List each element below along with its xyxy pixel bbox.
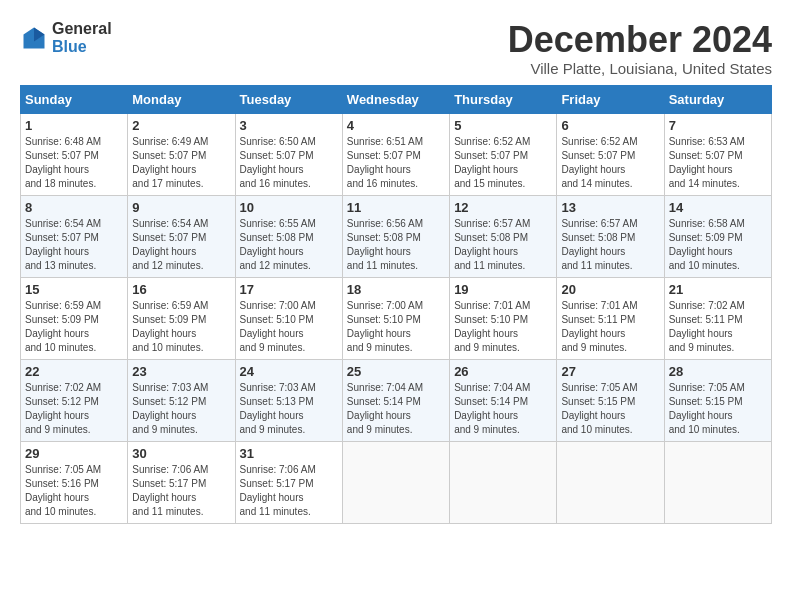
table-cell: 14 Sunrise: 6:58 AM Sunset: 5:09 PM Dayl… [664, 195, 771, 277]
day-number: 28 [669, 364, 767, 379]
day-number: 4 [347, 118, 445, 133]
table-cell [664, 441, 771, 523]
day-info: Sunrise: 7:05 AM Sunset: 5:15 PM Dayligh… [561, 381, 659, 437]
table-cell: 31 Sunrise: 7:06 AM Sunset: 5:17 PM Dayl… [235, 441, 342, 523]
table-cell: 3 Sunrise: 6:50 AM Sunset: 5:07 PM Dayli… [235, 113, 342, 195]
col-thursday: Thursday [450, 85, 557, 113]
day-info: Sunrise: 6:49 AM Sunset: 5:07 PM Dayligh… [132, 135, 230, 191]
day-number: 30 [132, 446, 230, 461]
day-info: Sunrise: 7:02 AM Sunset: 5:12 PM Dayligh… [25, 381, 123, 437]
table-cell: 8 Sunrise: 6:54 AM Sunset: 5:07 PM Dayli… [21, 195, 128, 277]
day-info: Sunrise: 7:00 AM Sunset: 5:10 PM Dayligh… [347, 299, 445, 355]
day-info: Sunrise: 7:06 AM Sunset: 5:17 PM Dayligh… [132, 463, 230, 519]
day-info: Sunrise: 6:53 AM Sunset: 5:07 PM Dayligh… [669, 135, 767, 191]
table-cell: 4 Sunrise: 6:51 AM Sunset: 5:07 PM Dayli… [342, 113, 449, 195]
day-info: Sunrise: 7:05 AM Sunset: 5:16 PM Dayligh… [25, 463, 123, 519]
day-number: 5 [454, 118, 552, 133]
calendar-title: December 2024 [508, 20, 772, 60]
day-info: Sunrise: 6:59 AM Sunset: 5:09 PM Dayligh… [25, 299, 123, 355]
day-info: Sunrise: 7:02 AM Sunset: 5:11 PM Dayligh… [669, 299, 767, 355]
day-info: Sunrise: 7:06 AM Sunset: 5:17 PM Dayligh… [240, 463, 338, 519]
day-info: Sunrise: 7:03 AM Sunset: 5:12 PM Dayligh… [132, 381, 230, 437]
day-info: Sunrise: 6:56 AM Sunset: 5:08 PM Dayligh… [347, 217, 445, 273]
table-cell: 7 Sunrise: 6:53 AM Sunset: 5:07 PM Dayli… [664, 113, 771, 195]
table-cell: 28 Sunrise: 7:05 AM Sunset: 5:15 PM Dayl… [664, 359, 771, 441]
day-info: Sunrise: 7:04 AM Sunset: 5:14 PM Dayligh… [347, 381, 445, 437]
table-cell: 9 Sunrise: 6:54 AM Sunset: 5:07 PM Dayli… [128, 195, 235, 277]
day-number: 13 [561, 200, 659, 215]
day-info: Sunrise: 6:58 AM Sunset: 5:09 PM Dayligh… [669, 217, 767, 273]
logo-icon [20, 24, 48, 52]
title-block: December 2024 Ville Platte, Louisiana, U… [508, 20, 772, 77]
col-friday: Friday [557, 85, 664, 113]
day-number: 18 [347, 282, 445, 297]
table-cell: 26 Sunrise: 7:04 AM Sunset: 5:14 PM Dayl… [450, 359, 557, 441]
day-info: Sunrise: 7:05 AM Sunset: 5:15 PM Dayligh… [669, 381, 767, 437]
day-number: 15 [25, 282, 123, 297]
table-cell: 19 Sunrise: 7:01 AM Sunset: 5:10 PM Dayl… [450, 277, 557, 359]
day-info: Sunrise: 7:04 AM Sunset: 5:14 PM Dayligh… [454, 381, 552, 437]
day-number: 12 [454, 200, 552, 215]
table-cell: 23 Sunrise: 7:03 AM Sunset: 5:12 PM Dayl… [128, 359, 235, 441]
day-number: 22 [25, 364, 123, 379]
day-number: 31 [240, 446, 338, 461]
day-number: 7 [669, 118, 767, 133]
logo: General Blue [20, 20, 112, 55]
col-monday: Monday [128, 85, 235, 113]
calendar-table: Sunday Monday Tuesday Wednesday Thursday… [20, 85, 772, 524]
table-cell: 13 Sunrise: 6:57 AM Sunset: 5:08 PM Dayl… [557, 195, 664, 277]
day-number: 24 [240, 364, 338, 379]
table-cell: 30 Sunrise: 7:06 AM Sunset: 5:17 PM Dayl… [128, 441, 235, 523]
table-cell: 25 Sunrise: 7:04 AM Sunset: 5:14 PM Dayl… [342, 359, 449, 441]
table-row: 15 Sunrise: 6:59 AM Sunset: 5:09 PM Dayl… [21, 277, 772, 359]
logo-blue-text: Blue [52, 38, 112, 56]
day-info: Sunrise: 7:01 AM Sunset: 5:10 PM Dayligh… [454, 299, 552, 355]
table-cell: 1 Sunrise: 6:48 AM Sunset: 5:07 PM Dayli… [21, 113, 128, 195]
table-cell: 5 Sunrise: 6:52 AM Sunset: 5:07 PM Dayli… [450, 113, 557, 195]
day-number: 9 [132, 200, 230, 215]
table-cell: 21 Sunrise: 7:02 AM Sunset: 5:11 PM Dayl… [664, 277, 771, 359]
table-cell [557, 441, 664, 523]
day-number: 3 [240, 118, 338, 133]
day-info: Sunrise: 6:57 AM Sunset: 5:08 PM Dayligh… [561, 217, 659, 273]
day-number: 1 [25, 118, 123, 133]
day-number: 29 [25, 446, 123, 461]
table-row: 1 Sunrise: 6:48 AM Sunset: 5:07 PM Dayli… [21, 113, 772, 195]
day-info: Sunrise: 6:52 AM Sunset: 5:07 PM Dayligh… [454, 135, 552, 191]
day-info: Sunrise: 6:54 AM Sunset: 5:07 PM Dayligh… [132, 217, 230, 273]
day-number: 27 [561, 364, 659, 379]
day-number: 26 [454, 364, 552, 379]
day-info: Sunrise: 7:01 AM Sunset: 5:11 PM Dayligh… [561, 299, 659, 355]
table-cell: 24 Sunrise: 7:03 AM Sunset: 5:13 PM Dayl… [235, 359, 342, 441]
day-info: Sunrise: 6:55 AM Sunset: 5:08 PM Dayligh… [240, 217, 338, 273]
table-cell: 12 Sunrise: 6:57 AM Sunset: 5:08 PM Dayl… [450, 195, 557, 277]
calendar-subtitle: Ville Platte, Louisiana, United States [508, 60, 772, 77]
day-number: 25 [347, 364, 445, 379]
table-cell [342, 441, 449, 523]
table-cell: 27 Sunrise: 7:05 AM Sunset: 5:15 PM Dayl… [557, 359, 664, 441]
col-sunday: Sunday [21, 85, 128, 113]
table-cell: 2 Sunrise: 6:49 AM Sunset: 5:07 PM Dayli… [128, 113, 235, 195]
day-info: Sunrise: 6:52 AM Sunset: 5:07 PM Dayligh… [561, 135, 659, 191]
page-header: General Blue December 2024 Ville Platte,… [20, 20, 772, 77]
table-cell: 17 Sunrise: 7:00 AM Sunset: 5:10 PM Dayl… [235, 277, 342, 359]
table-cell: 18 Sunrise: 7:00 AM Sunset: 5:10 PM Dayl… [342, 277, 449, 359]
table-cell [450, 441, 557, 523]
table-row: 22 Sunrise: 7:02 AM Sunset: 5:12 PM Dayl… [21, 359, 772, 441]
header-row: Sunday Monday Tuesday Wednesday Thursday… [21, 85, 772, 113]
day-info: Sunrise: 6:57 AM Sunset: 5:08 PM Dayligh… [454, 217, 552, 273]
table-cell: 10 Sunrise: 6:55 AM Sunset: 5:08 PM Dayl… [235, 195, 342, 277]
day-number: 14 [669, 200, 767, 215]
day-number: 23 [132, 364, 230, 379]
day-number: 11 [347, 200, 445, 215]
day-info: Sunrise: 6:48 AM Sunset: 5:07 PM Dayligh… [25, 135, 123, 191]
table-row: 8 Sunrise: 6:54 AM Sunset: 5:07 PM Dayli… [21, 195, 772, 277]
table-cell: 16 Sunrise: 6:59 AM Sunset: 5:09 PM Dayl… [128, 277, 235, 359]
table-cell: 11 Sunrise: 6:56 AM Sunset: 5:08 PM Dayl… [342, 195, 449, 277]
day-info: Sunrise: 7:00 AM Sunset: 5:10 PM Dayligh… [240, 299, 338, 355]
day-number: 17 [240, 282, 338, 297]
table-cell: 15 Sunrise: 6:59 AM Sunset: 5:09 PM Dayl… [21, 277, 128, 359]
day-info: Sunrise: 7:03 AM Sunset: 5:13 PM Dayligh… [240, 381, 338, 437]
day-info: Sunrise: 6:50 AM Sunset: 5:07 PM Dayligh… [240, 135, 338, 191]
day-number: 2 [132, 118, 230, 133]
